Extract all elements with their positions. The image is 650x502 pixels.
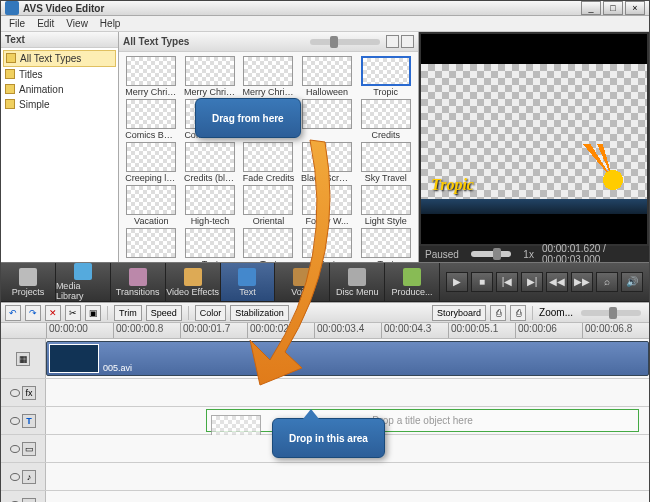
gallery-thumb[interactable]: Text	[357, 228, 414, 262]
titlebar[interactable]: AVS Video Editor _ □ ×	[1, 1, 649, 16]
preview-panel: Tropic Paused 1x 00:00:01.620 / 00:00:03…	[419, 32, 649, 262]
gallery-thumb[interactable]: Foggy W...	[299, 185, 356, 226]
toolbar-voice[interactable]: Voice	[275, 263, 330, 301]
gallery-thumb[interactable]: Credits	[357, 99, 414, 140]
dsc-icon	[348, 268, 366, 286]
transport-button-5[interactable]: ▶▶	[571, 272, 593, 292]
preview-overlay-text: Tropic	[431, 176, 474, 194]
gallery-thumb[interactable]: Credits (black)	[182, 142, 239, 183]
close-button[interactable]: ×	[625, 1, 645, 15]
toolbar-video-effects[interactable]: Video Effects	[166, 263, 221, 301]
gallery-thumb[interactable]: Merry Christ...	[240, 56, 297, 97]
text-track-icon: T	[22, 414, 36, 428]
toolbar-transitions[interactable]: Transitions	[111, 263, 166, 301]
tree-animation[interactable]: Animation	[3, 82, 116, 97]
proj-icon	[19, 268, 37, 286]
toolbar-disc-menu[interactable]: Disc Menu	[330, 263, 385, 301]
gallery-thumb[interactable]: Text	[299, 228, 356, 262]
menu-file[interactable]: File	[3, 16, 31, 31]
gallery-thumb[interactable]: Oriental	[240, 185, 297, 226]
eye-icon[interactable]	[10, 389, 20, 397]
gallery-thumb[interactable]: Black Screen...	[299, 142, 356, 183]
transport-button-1[interactable]: ■	[471, 272, 493, 292]
toolbar-media-library[interactable]: Media Library	[56, 263, 111, 301]
redo-button[interactable]: ↷	[25, 305, 41, 321]
eye-icon[interactable]	[10, 417, 20, 425]
view-mode-button[interactable]	[386, 35, 399, 48]
video-clip[interactable]: 005.avi	[46, 341, 649, 376]
transport-button-2[interactable]: |◀	[496, 272, 518, 292]
trim-button[interactable]: Trim	[114, 305, 142, 321]
folder-icon	[6, 53, 16, 63]
gallery-thumb[interactable]: Vacation	[123, 185, 180, 226]
preview-viewport[interactable]: Tropic	[421, 34, 647, 244]
eye-icon[interactable]	[10, 473, 20, 481]
transport-button-0[interactable]: ▶	[446, 272, 468, 292]
gallery-thumb[interactable]: High-tech	[182, 185, 239, 226]
crop-button[interactable]: ▣	[85, 305, 101, 321]
audio-track-2[interactable]: ♫	[1, 491, 649, 502]
zoom-slider[interactable]	[581, 310, 641, 316]
transport-button-6[interactable]: ⌕	[596, 272, 618, 292]
cut-button[interactable]: ✂	[65, 305, 81, 321]
gallery-thumb[interactable]: Tropic	[357, 56, 414, 97]
clip-name: 005.avi	[103, 363, 132, 373]
menu-edit[interactable]: Edit	[31, 16, 60, 31]
toolbar-text[interactable]: Text	[221, 263, 276, 301]
med-icon	[74, 263, 92, 280]
folder-icon	[5, 84, 15, 94]
view-mode-button-2[interactable]	[401, 35, 414, 48]
gallery-thumb[interactable]: Light Style	[357, 185, 414, 226]
gallery-thumb[interactable]: Text	[240, 228, 297, 262]
tree-titles[interactable]: Titles	[3, 67, 116, 82]
gallery-thumb[interactable]: Creeping line	[123, 142, 180, 183]
gallery-header: All Text Types	[123, 36, 306, 47]
title-drop-zone[interactable]: Drop a title object here	[206, 409, 639, 432]
video-track[interactable]: ▦ 005.avi	[1, 339, 649, 379]
transport-button-3[interactable]: ▶|	[521, 272, 543, 292]
color-button[interactable]: Color	[195, 305, 227, 321]
gallery-grid: Merry Christ...Merry Christ...Merry Chri…	[119, 52, 418, 262]
menu-view[interactable]: View	[60, 16, 94, 31]
tree-all-text-types[interactable]: All Text Types	[3, 50, 116, 67]
folder-icon	[5, 69, 15, 79]
gallery-thumb[interactable]	[123, 228, 180, 262]
main-toolbar: ProjectsMedia LibraryTransitionsVideo Ef…	[1, 262, 649, 302]
stabilization-button[interactable]: Stabilization	[230, 305, 289, 321]
gallery-thumb[interactable]: Fade Credits	[240, 142, 297, 183]
transport-button-7[interactable]: 🔊	[621, 272, 643, 292]
gallery-thumb[interactable]: Comics Ballo...	[123, 99, 180, 140]
sidebar-tree: All Text Types Titles Animation Simple	[1, 48, 118, 262]
folder-icon	[5, 99, 15, 109]
timeline-ruler[interactable]: 00:00:0000:00:00.800:00:01.700:00:02.500…	[1, 323, 649, 339]
preview-speed-slider[interactable]	[471, 251, 511, 257]
gallery-thumb[interactable]: Sky Travel	[357, 142, 414, 183]
gallery-thumb[interactable]: Text	[182, 228, 239, 262]
preview-status: Paused	[425, 249, 459, 260]
speed-button[interactable]: Speed	[146, 305, 182, 321]
tree-simple[interactable]: Simple	[3, 97, 116, 112]
storyboard-button[interactable]: Storyboard	[432, 305, 486, 321]
eye-icon[interactable]	[10, 445, 20, 453]
maximize-button[interactable]: □	[603, 1, 623, 15]
fx-track[interactable]: fx	[1, 379, 649, 407]
gallery-thumb[interactable]	[299, 99, 356, 140]
clip-thumbnail	[49, 344, 99, 373]
delete-button[interactable]: ✕	[45, 305, 61, 321]
tl-tool-b[interactable]: ⎙	[510, 305, 526, 321]
toolbar-produce-[interactable]: Produce...	[385, 263, 440, 301]
thumb-size-slider[interactable]	[310, 39, 380, 45]
toolbar-projects[interactable]: Projects	[1, 263, 56, 301]
minimize-button[interactable]: _	[581, 1, 601, 15]
transport-button-4[interactable]: ◀◀	[546, 272, 568, 292]
menu-help[interactable]: Help	[94, 16, 127, 31]
gallery-thumb[interactable]: Halloween	[299, 56, 356, 97]
gallery-thumb[interactable]: Merry Christ...	[123, 56, 180, 97]
audio-track-1[interactable]: ♪	[1, 463, 649, 491]
sidebar-header: Text	[1, 32, 118, 48]
callout-drop: Drop in this area	[272, 418, 385, 458]
gallery-thumb[interactable]: Merry Christ...	[182, 56, 239, 97]
undo-button[interactable]: ↶	[5, 305, 21, 321]
tl-tool-a[interactable]: ⎙	[490, 305, 506, 321]
transport-controls: ▶■|◀▶|◀◀▶▶⌕🔊	[440, 263, 649, 301]
